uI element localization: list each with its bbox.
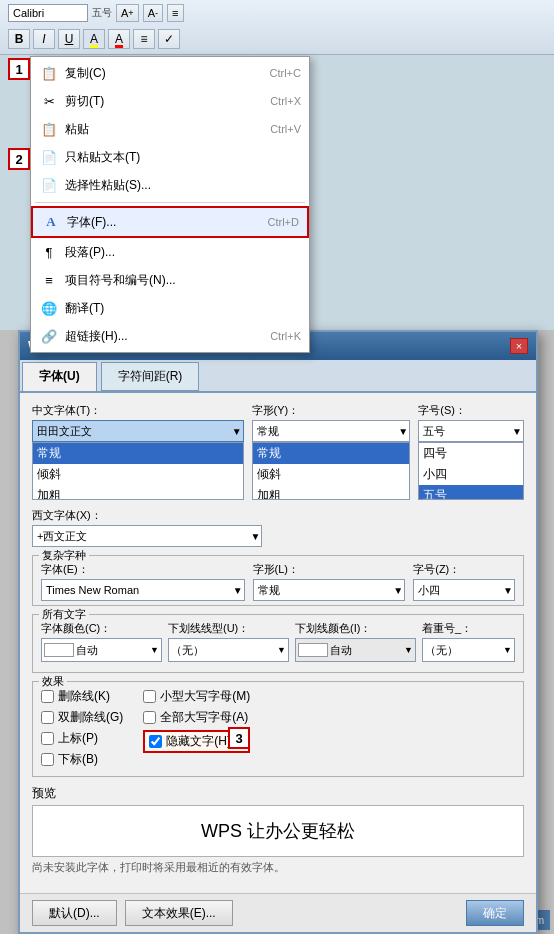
size-list-small4[interactable]: 小四	[419, 464, 523, 485]
menu-item-hyperlink[interactable]: 🔗 超链接(H)... Ctrl+K	[31, 322, 309, 350]
chinese-font-list[interactable]: 常规 倾斜 加粗	[32, 442, 244, 500]
effect-double-strikethrough[interactable]: 双删除线(G)	[41, 709, 123, 726]
cut-shortcut: Ctrl+X	[270, 95, 301, 107]
underline-color-swatch	[298, 643, 328, 657]
text-effects-button[interactable]: 文本效果(E)...	[125, 900, 233, 926]
effect-strikethrough[interactable]: 删除线(K)	[41, 688, 123, 705]
paste-label: 粘贴	[65, 121, 89, 138]
effect-small-caps[interactable]: 小型大写字母(M)	[143, 688, 250, 705]
underline-button[interactable]: U	[58, 29, 80, 49]
extra-format-button[interactable]: ✓	[158, 29, 180, 49]
paragraph-format-button[interactable]: ≡	[167, 4, 183, 22]
style-list-regular[interactable]: 常规	[253, 443, 410, 464]
preview-label: 预览	[32, 785, 524, 802]
underline-type-dropdown[interactable]: （无） ▼	[168, 638, 289, 662]
strikethrough-checkbox[interactable]	[41, 690, 54, 703]
complex-size-input[interactable]: 小四	[413, 579, 515, 601]
font-shrink-button[interactable]: A-	[143, 4, 163, 22]
menu-item-cut[interactable]: ✂ 剪切(T) Ctrl+X	[31, 87, 309, 115]
highlight-icon: A	[90, 32, 98, 46]
size-list-5[interactable]: 五号	[419, 485, 523, 500]
all-text-title: 所有文字	[39, 607, 89, 622]
font-list-item-bold[interactable]: 加粗	[33, 485, 243, 500]
menu-item-translate[interactable]: 🌐 翻译(T)	[31, 294, 309, 322]
bold-button[interactable]: B	[8, 29, 30, 49]
menu-item-font[interactable]: A 字体(F)... Ctrl+D	[31, 206, 309, 238]
complex-size-value: 小四	[418, 583, 440, 598]
small-caps-checkbox[interactable]	[143, 690, 156, 703]
style-input[interactable]: 常规	[252, 420, 411, 442]
preview-note: 尚未安装此字体，打印时将采用最相近的有效字体。	[32, 860, 524, 875]
toolbar-row-1: 五号 A+ A- ≡	[0, 0, 554, 26]
chinese-font-input[interactable]: 田田文正文	[32, 420, 244, 442]
complex-font-row: 字体(E)： Times New Roman ▼ 字形(L)： 常规	[41, 562, 515, 601]
menu-item-paste-text[interactable]: 📄 只粘贴文本(T)	[31, 143, 309, 171]
complex-style-value: 常规	[258, 583, 280, 598]
chinese-font-arrow: ▼	[232, 426, 242, 437]
font-list-item-italic[interactable]: 倾斜	[33, 464, 243, 485]
paragraph-icon: ¶	[39, 242, 59, 262]
toolbar-row-2: B I U A A ≡ ✓	[0, 26, 554, 52]
emphasis-dropdown[interactable]: （无） ▼	[422, 638, 515, 662]
highlight-button[interactable]: A	[83, 29, 105, 49]
hidden-text-label: 隐藏文字(H)	[166, 733, 231, 750]
hidden-text-checkbox[interactable]	[149, 735, 162, 748]
underline-color-dropdown[interactable]: 自动 ▼	[295, 638, 416, 662]
menu-item-paste[interactable]: 📋 粘贴 Ctrl+V	[31, 115, 309, 143]
bullets-label: 项目符号和编号(N)...	[65, 272, 176, 289]
font-dialog-icon: A	[41, 212, 61, 232]
complex-style-input[interactable]: 常规	[253, 579, 406, 601]
style-select-wrapper: 常规 ▼	[252, 420, 411, 442]
complex-font-arrow: ▼	[233, 585, 243, 596]
align-button[interactable]: ≡	[133, 29, 155, 49]
effect-superscript[interactable]: 上标(P)	[41, 730, 123, 747]
menu-item-bullets[interactable]: ≡ 项目符号和编号(N)...	[31, 266, 309, 294]
badge-1: 1	[8, 58, 30, 80]
style-list-italic[interactable]: 倾斜	[253, 464, 410, 485]
emphasis-label: 着重号_：	[422, 621, 515, 636]
size-value: 五号	[423, 424, 445, 439]
font-grow-button[interactable]: A+	[116, 4, 139, 22]
font-color-dropdown[interactable]: 自动 ▼	[41, 638, 162, 662]
chinese-font-col: 中文字体(T)： 田田文正文 ▼ 常规 倾斜 加粗	[32, 403, 244, 500]
subscript-label: 下标(B)	[58, 751, 98, 768]
complex-size-label: 字号(Z)：	[413, 562, 515, 577]
effect-subscript[interactable]: 下标(B)	[41, 751, 123, 768]
tab-char-spacing[interactable]: 字符间距(R)	[101, 362, 200, 391]
effect-all-caps[interactable]: 全部大写字母(A)	[143, 709, 250, 726]
double-strikethrough-checkbox[interactable]	[41, 711, 54, 724]
underline-color-value: 自动	[330, 643, 404, 658]
underline-type-col: 下划线线型(U)： （无） ▼	[168, 621, 289, 662]
underline-color-col: 下划线颜色(I)： 自动 ▼	[295, 621, 416, 662]
complex-font-input[interactable]: Times New Roman	[41, 579, 245, 601]
preview-section: 预览 WPS 让办公更轻松 尚未安装此字体，打印时将采用最相近的有效字体。	[32, 785, 524, 875]
complex-font-value: Times New Roman	[46, 584, 139, 596]
western-font-label: 西文字体(X)：	[32, 508, 262, 523]
paste-text-label: 只粘贴文本(T)	[65, 149, 140, 166]
chinese-font-select-wrapper: 田田文正文 ▼	[32, 420, 244, 442]
font-name-input[interactable]	[8, 4, 88, 22]
menu-item-paragraph[interactable]: ¶ 段落(P)...	[31, 238, 309, 266]
size-input[interactable]: 五号	[418, 420, 524, 442]
dialog-close-button[interactable]: ×	[510, 338, 528, 354]
all-caps-checkbox[interactable]	[143, 711, 156, 724]
menu-item-copy[interactable]: 📋 复制(C) Ctrl+C	[31, 59, 309, 87]
chinese-font-row: 中文字体(T)： 田田文正文 ▼ 常规 倾斜 加粗 字形(Y)：	[32, 403, 524, 500]
default-button[interactable]: 默认(D)...	[32, 900, 117, 926]
style-list-bold[interactable]: 加粗	[253, 485, 410, 500]
strikethrough-label: 删除线(K)	[58, 688, 110, 705]
western-font-input[interactable]: +西文正文	[32, 525, 262, 547]
size-list-4[interactable]: 四号	[419, 443, 523, 464]
style-list[interactable]: 常规 倾斜 加粗	[252, 442, 411, 500]
size-list[interactable]: 四号 小四 五号	[418, 442, 524, 500]
italic-button[interactable]: I	[33, 29, 55, 49]
underline-type-label: 下划线线型(U)：	[168, 621, 289, 636]
ok-button[interactable]: 确定	[466, 900, 524, 926]
superscript-checkbox[interactable]	[41, 732, 54, 745]
font-list-item-regular[interactable]: 常规	[33, 443, 243, 464]
tab-font[interactable]: 字体(U)	[22, 362, 97, 391]
subscript-checkbox[interactable]	[41, 753, 54, 766]
font-color-button[interactable]: A	[108, 29, 130, 49]
complex-font-section: 复杂字种 字体(E)： Times New Roman ▼ 字形(L)：	[32, 555, 524, 606]
menu-item-paste-special[interactable]: 📄 选择性粘贴(S)...	[31, 171, 309, 199]
